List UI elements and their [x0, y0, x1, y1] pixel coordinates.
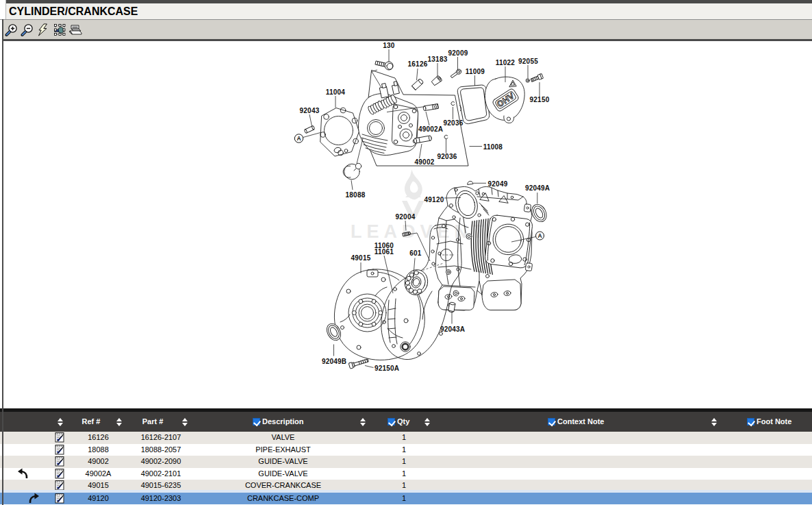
part-label-92043[interactable]: 92043 — [300, 107, 320, 114]
sort-icon-context-note[interactable] — [711, 418, 718, 426]
history-forward-marker[interactable] — [28, 493, 41, 505]
object-select-icon — [53, 23, 66, 37]
flash-button[interactable] — [37, 23, 51, 37]
part-label-18088[interactable]: 18088 — [346, 191, 366, 199]
part-13183-retainer[interactable] — [431, 75, 442, 86]
zoom-out-button[interactable] — [21, 23, 34, 37]
table-row-49002[interactable]: 4900249002-2090GUIDE-VALVE1 — [0, 456, 812, 468]
object-select-button[interactable] — [53, 23, 66, 37]
column-header-foot-note[interactable]: Foot Note — [757, 412, 791, 432]
cell-qty: 1 — [383, 456, 424, 468]
print-button[interactable] — [68, 23, 81, 37]
frame-vertical-border — [2, 19, 3, 505]
sort-icon-qty[interactable] — [424, 418, 431, 426]
leader-line — [351, 180, 353, 190]
part-92150-bolt[interactable] — [531, 73, 544, 82]
part-92055-washer[interactable] — [526, 79, 529, 82]
ref-circle-letter: A — [296, 135, 301, 142]
part-18088-pipe-exhaust[interactable] — [343, 163, 361, 179]
part-label-92055[interactable]: 92055 — [518, 58, 538, 65]
diagram-toolbar — [3, 21, 812, 39]
part-label-13183[interactable]: 13183 — [428, 56, 448, 63]
part-label-11004[interactable]: 11004 — [326, 88, 345, 96]
part-label-11022[interactable]: 11022 — [496, 59, 515, 66]
part-11022-cover-head[interactable]: OHV — [485, 77, 524, 123]
sort-icon-ref[interactable] — [116, 418, 123, 426]
leader-line — [309, 114, 312, 126]
exploded-parts-diagram[interactable]: LEADVENTURE — [0, 41, 812, 408]
history-back-marker[interactable] — [16, 468, 29, 480]
table-row-49120[interactable]: 4912049120-2303CRANKCASE-COMP1 — [0, 492, 812, 504]
cell-qty: 1 — [383, 444, 424, 456]
part-601-ball-bearing[interactable] — [402, 267, 431, 297]
zoom-in-icon — [5, 23, 18, 37]
part-label-92004[interactable]: 92004 — [396, 213, 416, 221]
part-92036-clip-upper[interactable] — [451, 101, 455, 105]
part-49002A-guide-valve[interactable] — [423, 104, 439, 111]
cell-part: 49120-2303 — [123, 493, 199, 505]
part-92009-pin[interactable] — [450, 69, 462, 79]
part-cylinder-head[interactable] — [358, 82, 418, 156]
part-label-49002A[interactable]: 49002A — [418, 125, 443, 133]
sort-icon-part[interactable] — [182, 418, 188, 426]
table-row-49002A[interactable]: 49002A49002-2101GUIDE-VALVE1 — [0, 468, 812, 480]
cell-context-note — [479, 444, 678, 456]
part-label-11009[interactable]: 11009 — [466, 68, 485, 75]
row-edit-icon[interactable] — [55, 456, 64, 468]
cell-context-note — [479, 468, 678, 480]
edit-check-icon — [55, 456, 64, 467]
part-label-11061[interactable]: 11061 — [375, 248, 394, 256]
row-edit-icon[interactable] — [55, 444, 64, 456]
table-row-18088[interactable]: 1808818088-2057PIPE-EXHAUST1 — [0, 444, 812, 456]
part-label-92150A[interactable]: 92150A — [375, 365, 399, 372]
edit-check-icon — [55, 480, 64, 491]
column-header-description[interactable]: Description — [262, 412, 304, 432]
part-92049-plug[interactable] — [467, 181, 473, 184]
crankcase-cylinder-plate — [484, 214, 533, 269]
checkbox-context-note[interactable] — [548, 418, 555, 426]
part-label-92036[interactable]: 92036 — [444, 119, 464, 127]
part-11004-gasket-cylinder-head[interactable] — [320, 108, 359, 156]
checkbox-description[interactable] — [253, 418, 260, 426]
table-header: Ref # Part # Description Qty Context Not… — [0, 412, 812, 432]
row-edit-icon[interactable] — [55, 493, 64, 505]
checkbox-foot-note[interactable] — [747, 418, 754, 426]
part-label-49015[interactable]: 49015 — [351, 254, 371, 262]
part-label-92049A[interactable]: 92049A — [525, 184, 550, 192]
forward-arrow-icon — [28, 493, 41, 504]
part-label-92036[interactable]: 92036 — [437, 153, 457, 160]
part-92150A-bolt[interactable] — [348, 358, 369, 369]
column-header-part[interactable]: Part # — [132, 412, 173, 432]
part-label-130[interactable]: 130 — [383, 42, 395, 49]
part-label-92049B[interactable]: 92049B — [322, 358, 346, 365]
part-label-11008[interactable]: 11008 — [483, 143, 503, 151]
page-title: CYLINDER/CRANKCASE — [9, 3, 138, 19]
part-label-92009[interactable]: 92009 — [448, 49, 468, 57]
row-edit-icon[interactable] — [55, 432, 64, 444]
column-header-ref[interactable]: Ref # — [71, 412, 112, 432]
part-92036-clip-lower[interactable] — [444, 135, 448, 138]
part-label-92043A[interactable]: 92043A — [440, 325, 465, 333]
part-label-16126[interactable]: 16126 — [408, 60, 428, 68]
edit-check-icon — [55, 444, 64, 455]
sort-icon-select[interactable] — [58, 418, 64, 426]
part-label-92049[interactable]: 92049 — [488, 180, 508, 188]
part-130-bolt[interactable] — [375, 59, 394, 71]
part-92043-pin[interactable] — [304, 125, 315, 133]
edit-check-icon — [55, 493, 64, 504]
cell-description: GUIDE-VALVE — [212, 456, 354, 468]
column-header-qty[interactable]: Qty — [397, 412, 409, 432]
column-header-context-note[interactable]: Context Note — [557, 412, 604, 432]
row-edit-icon[interactable] — [55, 468, 64, 480]
sort-icon-description[interactable] — [360, 418, 366, 426]
cell-description: VALVE — [212, 432, 354, 444]
part-label-92150[interactable]: 92150 — [530, 96, 550, 103]
checkbox-qty[interactable] — [388, 418, 395, 426]
part-label-49120[interactable]: 49120 — [424, 196, 444, 204]
zoom-in-button[interactable] — [5, 23, 18, 37]
part-label-49002[interactable]: 49002 — [415, 158, 435, 166]
leader-line — [372, 70, 381, 87]
part-label-601[interactable]: 601 — [409, 249, 422, 257]
table-row-16126[interactable]: 1612616126-2107VALVE1 — [0, 432, 812, 444]
part-16126-valve[interactable] — [412, 78, 424, 90]
